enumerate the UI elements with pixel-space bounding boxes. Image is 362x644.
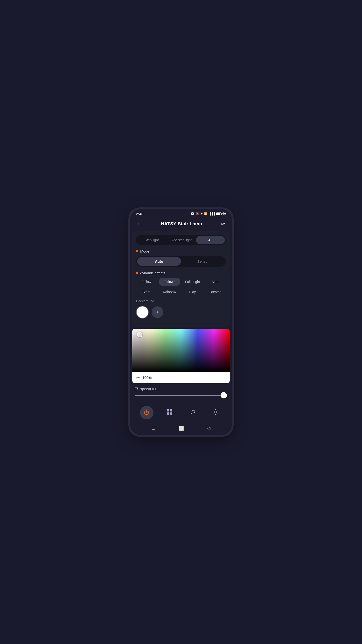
settings-icon <box>212 409 219 416</box>
tab-group: Step light Side strip light All <box>136 235 226 245</box>
brightness-bar[interactable]: ☀ 100% <box>132 372 230 383</box>
music-icon <box>189 409 196 416</box>
mode-dot <box>136 250 138 252</box>
slider-fill <box>135 395 223 396</box>
silent-icon: 🔕 <box>195 212 199 216</box>
edit-button[interactable]: ✏ <box>219 220 227 228</box>
signal-icon: ▐▐▐ <box>209 212 215 216</box>
mode-section-label: Mode <box>136 249 226 253</box>
android-nav: ☰ ⬜ ◁ <box>130 423 232 435</box>
brightness-overlay <box>132 329 230 372</box>
speed-icon: ⏱ <box>134 386 138 392</box>
background-colors: + <box>136 306 226 318</box>
color-white[interactable] <box>136 306 149 318</box>
effects-grid: Follow Follow2 Full bright Meet Stars Ra… <box>136 278 226 296</box>
picker-handle[interactable] <box>137 332 142 337</box>
content-area: Step light Side strip light All Mode Aut… <box>132 231 230 327</box>
phone-frame: 2:40 🕐 🔕 ✦ 📶 ▐▐▐ 79 ← HATSY-Stair Lamp ✏… <box>130 209 232 435</box>
page-title: HATSY-Stair Lamp <box>161 221 202 226</box>
android-menu[interactable]: ☰ <box>152 426 155 431</box>
color-gradient-area[interactable] <box>132 329 230 372</box>
effect-rainbow[interactable]: Rainbow <box>159 288 180 296</box>
android-back[interactable]: ◁ <box>207 426 210 431</box>
settings-button[interactable] <box>209 406 222 420</box>
mode-auto[interactable]: Auto <box>137 257 181 266</box>
tab-all[interactable]: All <box>196 236 225 244</box>
effect-meet[interactable]: Meet <box>205 278 226 286</box>
speed-section: ⏱ speed(100) <box>130 383 232 398</box>
tab-step-light[interactable]: Step light <box>137 236 166 244</box>
power-button[interactable]: ⏻ <box>140 406 153 420</box>
sun-icon: ☀ <box>136 375 140 380</box>
wifi-icon: 📶 <box>204 212 208 216</box>
back-button[interactable]: ← <box>135 220 144 228</box>
slider-thumb[interactable] <box>221 392 227 398</box>
effect-full-bright[interactable]: Full bright <box>182 278 203 286</box>
speed-slider[interactable] <box>134 395 228 396</box>
speed-label-text: speed(100) <box>140 387 159 391</box>
tab-side-strip[interactable]: Side strip light <box>166 236 195 244</box>
mode-toggle: Auto Sensor <box>136 256 226 266</box>
effect-play[interactable]: Play <box>182 288 203 296</box>
effects-section-label: dynamic effects <box>136 271 226 275</box>
status-bar: 2:40 🕐 🔕 ✦ 📶 ▐▐▐ 79 <box>130 209 232 217</box>
mode-sensor[interactable]: Sensor <box>181 257 225 266</box>
effect-follow[interactable]: Follow <box>136 278 157 286</box>
svg-point-4 <box>191 413 192 414</box>
brightness-value: 100% <box>142 376 152 380</box>
status-time: 2:40 <box>136 212 143 216</box>
speed-label: ⏱ speed(100) <box>134 386 228 392</box>
grid-button[interactable] <box>163 406 176 420</box>
battery-level: 79 <box>223 212 226 216</box>
slider-track <box>135 395 227 396</box>
svg-point-6 <box>215 411 217 413</box>
effect-follow2[interactable]: Follow2 <box>159 278 180 286</box>
status-icons: 🕐 🔕 ✦ 📶 ▐▐▐ 79 <box>191 212 226 216</box>
header: ← HATSY-Stair Lamp ✏ <box>130 217 232 231</box>
effect-stars[interactable]: Stars <box>136 288 157 296</box>
grid-icon <box>167 409 173 416</box>
svg-point-5 <box>194 412 195 414</box>
svg-rect-2 <box>167 412 169 414</box>
clock-icon: 🕐 <box>191 212 194 216</box>
mode-label-text: Mode <box>140 249 149 253</box>
effects-label-text: dynamic effects <box>140 271 165 275</box>
power-icon: ⏻ <box>144 409 150 416</box>
android-home[interactable]: ⬜ <box>179 426 184 431</box>
effect-breathe[interactable]: Breathe <box>205 288 226 296</box>
bottom-nav: ⏻ <box>130 402 232 423</box>
svg-rect-1 <box>170 409 172 412</box>
bluetooth-icon: ✦ <box>200 212 203 216</box>
battery-icon <box>216 212 222 215</box>
color-picker[interactable]: ☀ 100% <box>132 329 230 383</box>
music-button[interactable] <box>186 406 199 420</box>
svg-rect-0 <box>167 409 169 412</box>
svg-rect-3 <box>170 412 172 414</box>
add-color-button[interactable]: + <box>152 306 163 318</box>
background-label: Background <box>136 299 226 303</box>
effects-dot <box>136 272 138 274</box>
